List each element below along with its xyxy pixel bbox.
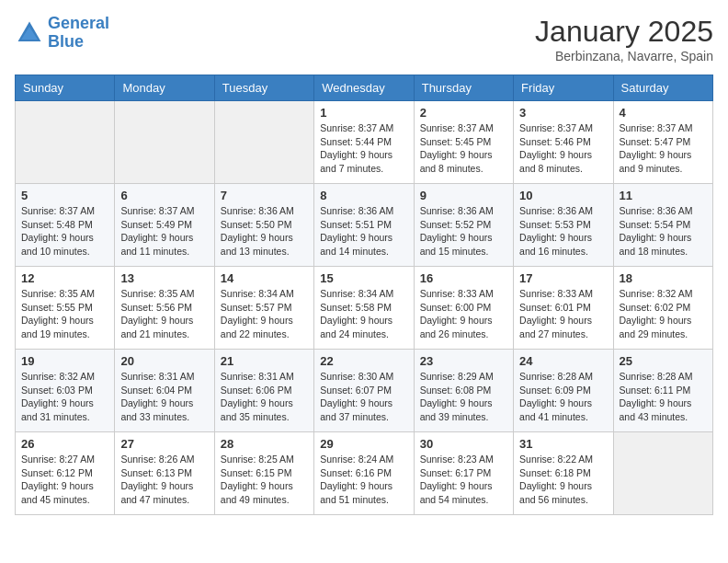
day-number: 22 (320, 354, 407, 368)
calendar-cell: 11Sunrise: 8:36 AM Sunset: 5:54 PM Dayli… (613, 184, 712, 267)
day-number: 27 (120, 437, 208, 451)
calendar-cell: 21Sunrise: 8:31 AM Sunset: 6:06 PM Dayli… (214, 350, 313, 432)
logo-line1: General (48, 14, 109, 32)
day-number: 14 (221, 271, 308, 285)
calendar-cell: 31Sunrise: 8:22 AM Sunset: 6:18 PM Dayli… (514, 432, 613, 515)
day-number: 7 (221, 189, 308, 202)
day-info: Sunrise: 8:35 AM Sunset: 5:55 PM Dayligh… (21, 287, 108, 341)
day-info: Sunrise: 8:34 AM Sunset: 5:57 PM Dayligh… (221, 287, 308, 341)
calendar-cell: 4Sunrise: 8:37 AM Sunset: 5:47 PM Daylig… (613, 101, 712, 184)
day-info: Sunrise: 8:36 AM Sunset: 5:54 PM Dayligh… (620, 204, 707, 259)
calendar-cell: 24Sunrise: 8:28 AM Sunset: 6:09 PM Dayli… (514, 350, 613, 432)
day-number: 11 (620, 189, 707, 202)
calendar-cell: 17Sunrise: 8:33 AM Sunset: 6:01 PM Dayli… (514, 267, 613, 350)
calendar-cell: 10Sunrise: 8:36 AM Sunset: 5:53 PM Dayli… (514, 184, 613, 267)
day-info: Sunrise: 8:37 AM Sunset: 5:45 PM Dayligh… (420, 121, 507, 176)
calendar-cell: 28Sunrise: 8:25 AM Sunset: 6:15 PM Dayli… (214, 432, 313, 515)
day-info: Sunrise: 8:36 AM Sunset: 5:50 PM Dayligh… (221, 204, 308, 259)
day-info: Sunrise: 8:27 AM Sunset: 6:12 PM Dayligh… (21, 453, 108, 507)
calendar-cell: 15Sunrise: 8:34 AM Sunset: 5:58 PM Dayli… (314, 267, 414, 350)
day-number: 6 (120, 189, 208, 202)
day-number: 23 (420, 354, 507, 368)
calendar-cell: 30Sunrise: 8:23 AM Sunset: 6:17 PM Dayli… (414, 432, 513, 515)
day-info: Sunrise: 8:30 AM Sunset: 6:07 PM Dayligh… (320, 370, 407, 424)
day-number: 9 (420, 189, 507, 202)
day-info: Sunrise: 8:36 AM Sunset: 5:53 PM Dayligh… (519, 204, 607, 259)
calendar-cell: 27Sunrise: 8:26 AM Sunset: 6:13 PM Dayli… (115, 432, 214, 515)
day-info: Sunrise: 8:32 AM Sunset: 6:02 PM Dayligh… (620, 287, 707, 341)
calendar-cell: 14Sunrise: 8:34 AM Sunset: 5:57 PM Dayli… (214, 267, 313, 350)
day-number: 28 (221, 437, 308, 451)
day-info: Sunrise: 8:37 AM Sunset: 5:48 PM Dayligh… (21, 204, 108, 259)
calendar-week-row: 19Sunrise: 8:32 AM Sunset: 6:03 PM Dayli… (16, 350, 713, 432)
day-number: 19 (21, 354, 108, 368)
weekday-header-monday: Monday (115, 75, 214, 101)
day-info: Sunrise: 8:37 AM Sunset: 5:44 PM Dayligh… (320, 121, 407, 176)
day-info: Sunrise: 8:37 AM Sunset: 5:47 PM Dayligh… (620, 121, 707, 176)
day-info: Sunrise: 8:36 AM Sunset: 5:52 PM Dayligh… (420, 204, 507, 259)
day-info: Sunrise: 8:28 AM Sunset: 6:09 PM Dayligh… (519, 370, 607, 424)
day-number: 29 (320, 437, 407, 451)
day-info: Sunrise: 8:36 AM Sunset: 5:51 PM Dayligh… (320, 204, 407, 259)
day-info: Sunrise: 8:31 AM Sunset: 6:06 PM Dayligh… (221, 370, 308, 424)
day-info: Sunrise: 8:22 AM Sunset: 6:18 PM Dayligh… (519, 453, 607, 507)
location: Berbinzana, Navarre, Spain (535, 49, 713, 63)
day-number: 26 (21, 437, 108, 451)
calendar-cell: 25Sunrise: 8:28 AM Sunset: 6:11 PM Dayli… (613, 350, 712, 432)
calendar-cell: 22Sunrise: 8:30 AM Sunset: 6:07 PM Dayli… (314, 350, 414, 432)
day-number: 30 (420, 437, 507, 451)
calendar-cell: 6Sunrise: 8:37 AM Sunset: 5:49 PM Daylig… (115, 184, 214, 267)
day-info: Sunrise: 8:34 AM Sunset: 5:58 PM Dayligh… (320, 287, 407, 341)
day-number: 3 (519, 106, 607, 120)
weekday-header-tuesday: Tuesday (214, 75, 313, 101)
calendar-cell (214, 101, 313, 184)
day-info: Sunrise: 8:35 AM Sunset: 5:56 PM Dayligh… (120, 287, 208, 341)
calendar-cell (613, 432, 712, 515)
page-header: General Blue January 2025 Berbinzana, Na… (15, 15, 713, 63)
logo-text: General Blue (48, 15, 109, 52)
calendar-cell: 29Sunrise: 8:24 AM Sunset: 6:16 PM Dayli… (314, 432, 414, 515)
logo-line2: Blue (48, 32, 84, 51)
calendar-week-row: 1Sunrise: 8:37 AM Sunset: 5:44 PM Daylig… (16, 101, 713, 184)
day-info: Sunrise: 8:33 AM Sunset: 6:00 PM Dayligh… (420, 287, 507, 341)
day-number: 12 (21, 271, 108, 285)
day-number: 31 (519, 437, 607, 451)
day-number: 4 (620, 106, 707, 120)
calendar-cell: 18Sunrise: 8:32 AM Sunset: 6:02 PM Dayli… (613, 267, 712, 350)
month-title: January 2025 (535, 15, 713, 49)
logo: General Blue (15, 15, 109, 52)
weekday-header-wednesday: Wednesday (314, 75, 414, 101)
day-number: 5 (21, 189, 108, 202)
calendar-cell: 8Sunrise: 8:36 AM Sunset: 5:51 PM Daylig… (314, 184, 414, 267)
logo-icon (15, 18, 44, 48)
calendar-week-row: 12Sunrise: 8:35 AM Sunset: 5:55 PM Dayli… (16, 267, 713, 350)
calendar-cell: 12Sunrise: 8:35 AM Sunset: 5:55 PM Dayli… (16, 267, 115, 350)
calendar-cell: 3Sunrise: 8:37 AM Sunset: 5:46 PM Daylig… (514, 101, 613, 184)
day-info: Sunrise: 8:29 AM Sunset: 6:08 PM Dayligh… (420, 370, 507, 424)
day-number: 2 (420, 106, 507, 120)
calendar-cell (16, 101, 115, 184)
day-info: Sunrise: 8:25 AM Sunset: 6:15 PM Dayligh… (221, 453, 308, 507)
weekday-header-thursday: Thursday (414, 75, 513, 101)
day-info: Sunrise: 8:26 AM Sunset: 6:13 PM Dayligh… (120, 453, 208, 507)
day-info: Sunrise: 8:33 AM Sunset: 6:01 PM Dayligh… (519, 287, 607, 341)
weekday-header-saturday: Saturday (613, 75, 712, 101)
day-number: 17 (519, 271, 607, 285)
calendar-cell: 2Sunrise: 8:37 AM Sunset: 5:45 PM Daylig… (414, 101, 513, 184)
day-number: 24 (519, 354, 607, 368)
day-number: 21 (221, 354, 308, 368)
calendar-week-row: 26Sunrise: 8:27 AM Sunset: 6:12 PM Dayli… (16, 432, 713, 515)
calendar-cell: 23Sunrise: 8:29 AM Sunset: 6:08 PM Dayli… (414, 350, 513, 432)
day-info: Sunrise: 8:23 AM Sunset: 6:17 PM Dayligh… (420, 453, 507, 507)
calendar-cell: 26Sunrise: 8:27 AM Sunset: 6:12 PM Dayli… (16, 432, 115, 515)
day-info: Sunrise: 8:37 AM Sunset: 5:46 PM Dayligh… (519, 121, 607, 176)
weekday-header-sunday: Sunday (16, 75, 115, 101)
day-info: Sunrise: 8:28 AM Sunset: 6:11 PM Dayligh… (620, 370, 707, 424)
calendar-cell: 20Sunrise: 8:31 AM Sunset: 6:04 PM Dayli… (115, 350, 214, 432)
day-info: Sunrise: 8:37 AM Sunset: 5:49 PM Dayligh… (120, 204, 208, 259)
calendar-cell: 5Sunrise: 8:37 AM Sunset: 5:48 PM Daylig… (16, 184, 115, 267)
weekday-header-row: SundayMondayTuesdayWednesdayThursdayFrid… (16, 75, 713, 101)
weekday-header-friday: Friday (514, 75, 613, 101)
day-number: 15 (320, 271, 407, 285)
day-number: 8 (320, 189, 407, 202)
